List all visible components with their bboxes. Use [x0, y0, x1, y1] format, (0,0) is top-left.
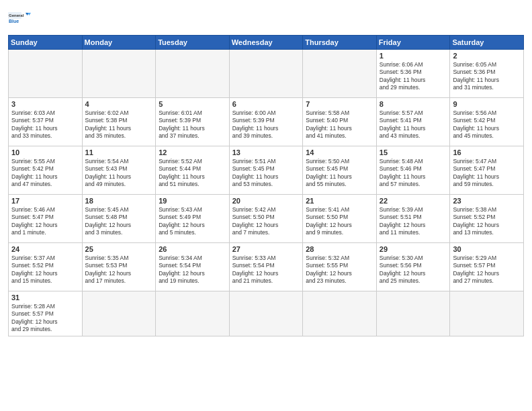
day-info: Sunrise: 5:30 AM Sunset: 5:56 PM Dayligh… [380, 255, 447, 285]
day-number: 30 [453, 245, 521, 253]
calendar-cell: 5Sunrise: 6:01 AM Sunset: 5:39 PM Daylig… [156, 98, 230, 146]
day-info: Sunrise: 6:06 AM Sunset: 5:36 PM Dayligh… [380, 61, 447, 92]
calendar-cell: 9Sunrise: 5:56 AM Sunset: 5:42 PM Daylig… [450, 98, 524, 146]
day-info: Sunrise: 5:55 AM Sunset: 5:42 PM Dayligh… [11, 158, 79, 189]
day-info: Sunrise: 6:01 AM Sunset: 5:39 PM Dayligh… [159, 109, 226, 140]
calendar-cell: 4Sunrise: 6:02 AM Sunset: 5:38 PM Daylig… [82, 98, 156, 146]
day-number: 21 [306, 197, 373, 205]
day-info: Sunrise: 5:57 AM Sunset: 5:41 PM Dayligh… [380, 109, 447, 140]
day-number: 2 [453, 52, 521, 60]
calendar-cell [156, 50, 230, 98]
day-number: 9 [453, 100, 521, 108]
calendar-cell: 15Sunrise: 5:48 AM Sunset: 5:46 PM Dayli… [376, 146, 450, 195]
weekday-header-row: SundayMondayTuesdayWednesdayThursdayFrid… [9, 36, 524, 50]
calendar-cell: 22Sunrise: 5:39 AM Sunset: 5:51 PM Dayli… [376, 195, 450, 243]
day-info: Sunrise: 5:43 AM Sunset: 5:49 PM Dayligh… [159, 206, 226, 237]
calendar-cell: 10Sunrise: 5:55 AM Sunset: 5:42 PM Dayli… [9, 146, 83, 195]
day-number: 20 [232, 197, 300, 205]
calendar-cell [450, 291, 524, 336]
calendar-cell: 13Sunrise: 5:51 AM Sunset: 5:45 PM Dayli… [229, 146, 303, 195]
calendar-cell: 30Sunrise: 5:29 AM Sunset: 5:57 PM Dayli… [450, 243, 524, 291]
day-info: Sunrise: 5:28 AM Sunset: 5:57 PM Dayligh… [11, 303, 79, 334]
day-number: 17 [11, 197, 79, 205]
calendar-cell [82, 291, 156, 336]
day-info: Sunrise: 5:58 AM Sunset: 5:40 PM Dayligh… [306, 109, 373, 140]
calendar-cell: 3Sunrise: 6:03 AM Sunset: 5:37 PM Daylig… [9, 98, 83, 146]
calendar-week-row: 3Sunrise: 6:03 AM Sunset: 5:37 PM Daylig… [9, 98, 524, 146]
day-info: Sunrise: 5:50 AM Sunset: 5:45 PM Dayligh… [306, 158, 373, 189]
calendar-cell: 1Sunrise: 6:06 AM Sunset: 5:36 PM Daylig… [376, 50, 450, 98]
day-info: Sunrise: 6:00 AM Sunset: 5:39 PM Dayligh… [232, 109, 300, 140]
day-number: 31 [11, 293, 79, 302]
day-info: Sunrise: 5:33 AM Sunset: 5:54 PM Dayligh… [232, 255, 300, 285]
day-number: 13 [232, 148, 300, 156]
day-number: 23 [453, 197, 521, 205]
day-info: Sunrise: 5:38 AM Sunset: 5:52 PM Dayligh… [453, 206, 521, 237]
day-number: 6 [232, 100, 300, 108]
calendar-cell: 31Sunrise: 5:28 AM Sunset: 5:57 PM Dayli… [9, 291, 83, 336]
day-info: Sunrise: 5:45 AM Sunset: 5:48 PM Dayligh… [85, 206, 153, 237]
day-info: Sunrise: 5:51 AM Sunset: 5:45 PM Dayligh… [232, 158, 300, 189]
calendar-cell: 12Sunrise: 5:52 AM Sunset: 5:44 PM Dayli… [156, 146, 230, 195]
day-info: Sunrise: 6:05 AM Sunset: 5:36 PM Dayligh… [453, 61, 521, 92]
weekday-header-sunday: Sunday [9, 36, 83, 50]
calendar-week-row: 24Sunrise: 5:37 AM Sunset: 5:52 PM Dayli… [9, 243, 524, 291]
day-info: Sunrise: 5:35 AM Sunset: 5:53 PM Dayligh… [85, 255, 153, 285]
day-info: Sunrise: 5:37 AM Sunset: 5:52 PM Dayligh… [11, 255, 79, 285]
calendar-cell [376, 291, 450, 336]
calendar-cell [303, 50, 377, 98]
calendar-cell: 18Sunrise: 5:45 AM Sunset: 5:48 PM Dayli… [82, 195, 156, 243]
day-number: 1 [380, 52, 447, 60]
calendar-cell: 8Sunrise: 5:57 AM Sunset: 5:41 PM Daylig… [376, 98, 450, 146]
day-info: Sunrise: 5:46 AM Sunset: 5:47 PM Dayligh… [11, 206, 79, 237]
day-info: Sunrise: 5:41 AM Sunset: 5:50 PM Dayligh… [306, 206, 373, 237]
day-number: 18 [85, 197, 153, 205]
weekday-header-wednesday: Wednesday [229, 36, 303, 50]
day-number: 24 [11, 245, 79, 253]
calendar-cell: 7Sunrise: 5:58 AM Sunset: 5:40 PM Daylig… [303, 98, 377, 146]
svg-text:Blue: Blue [9, 19, 19, 24]
calendar-table: SundayMondayTuesdayWednesdayThursdayFrid… [8, 35, 524, 336]
weekday-header-thursday: Thursday [303, 36, 377, 50]
calendar-cell: 14Sunrise: 5:50 AM Sunset: 5:45 PM Dayli… [303, 146, 377, 195]
calendar-cell: 16Sunrise: 5:47 AM Sunset: 5:47 PM Dayli… [450, 146, 524, 195]
calendar-cell: 20Sunrise: 5:42 AM Sunset: 5:50 PM Dayli… [229, 195, 303, 243]
day-number: 8 [380, 100, 447, 108]
svg-text:General: General [9, 13, 24, 17]
calendar-cell: 29Sunrise: 5:30 AM Sunset: 5:56 PM Dayli… [376, 243, 450, 291]
day-number: 7 [306, 100, 373, 108]
calendar-week-row: 31Sunrise: 5:28 AM Sunset: 5:57 PM Dayli… [9, 291, 524, 336]
day-number: 16 [453, 148, 521, 156]
weekday-header-friday: Friday [376, 36, 450, 50]
day-number: 5 [159, 100, 226, 108]
day-number: 14 [306, 148, 373, 156]
calendar-week-row: 1Sunrise: 6:06 AM Sunset: 5:36 PM Daylig… [9, 50, 524, 98]
day-info: Sunrise: 5:32 AM Sunset: 5:55 PM Dayligh… [306, 255, 373, 285]
page-container: General Blue SundayMondayTuesdayWednesda… [0, 0, 532, 340]
day-info: Sunrise: 6:02 AM Sunset: 5:38 PM Dayligh… [85, 109, 153, 140]
day-info: Sunrise: 5:29 AM Sunset: 5:57 PM Dayligh… [453, 255, 521, 285]
day-number: 19 [159, 197, 226, 205]
day-number: 4 [85, 100, 153, 108]
calendar-cell [229, 291, 303, 336]
calendar-cell: 17Sunrise: 5:46 AM Sunset: 5:47 PM Dayli… [9, 195, 83, 243]
calendar-cell: 6Sunrise: 6:00 AM Sunset: 5:39 PM Daylig… [229, 98, 303, 146]
calendar-cell: 28Sunrise: 5:32 AM Sunset: 5:55 PM Dayli… [303, 243, 377, 291]
calendar-week-row: 17Sunrise: 5:46 AM Sunset: 5:47 PM Dayli… [9, 195, 524, 243]
calendar-cell: 27Sunrise: 5:33 AM Sunset: 5:54 PM Dayli… [229, 243, 303, 291]
day-info: Sunrise: 5:34 AM Sunset: 5:54 PM Dayligh… [159, 255, 226, 285]
calendar-cell [303, 291, 377, 336]
day-number: 26 [159, 245, 226, 253]
calendar-week-row: 10Sunrise: 5:55 AM Sunset: 5:42 PM Dayli… [9, 146, 524, 195]
day-info: Sunrise: 5:52 AM Sunset: 5:44 PM Dayligh… [159, 158, 226, 189]
calendar-cell [156, 291, 230, 336]
calendar-cell [229, 50, 303, 98]
day-number: 3 [11, 100, 79, 108]
logo: General Blue [8, 7, 35, 31]
day-info: Sunrise: 5:56 AM Sunset: 5:42 PM Dayligh… [453, 109, 521, 140]
day-number: 12 [159, 148, 226, 156]
day-number: 29 [380, 245, 447, 253]
day-number: 15 [380, 148, 447, 156]
calendar-cell: 24Sunrise: 5:37 AM Sunset: 5:52 PM Dayli… [9, 243, 83, 291]
day-info: Sunrise: 5:42 AM Sunset: 5:50 PM Dayligh… [232, 206, 300, 237]
